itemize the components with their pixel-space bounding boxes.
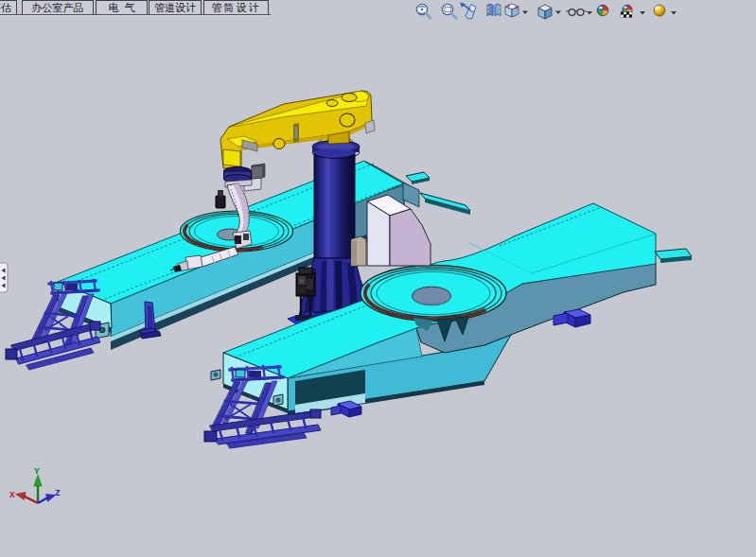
svg-text:X: X: [9, 490, 15, 500]
svg-text:Z: Z: [55, 488, 61, 498]
svg-text:Y: Y: [34, 466, 40, 477]
